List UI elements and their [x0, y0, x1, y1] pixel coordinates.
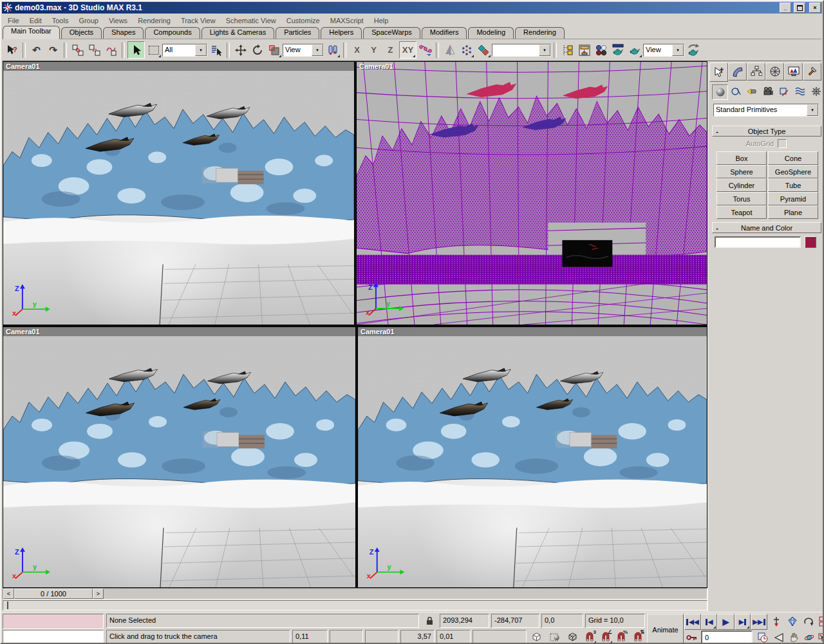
- select-by-name-button[interactable]: [208, 42, 224, 58]
- menu-rendering[interactable]: Rendering: [133, 15, 176, 26]
- roll-camera-button[interactable]: [801, 614, 816, 629]
- rollout-name-and-color[interactable]: - Name and Color: [712, 222, 821, 233]
- maxscript-mini-listener-pink[interactable]: [3, 614, 104, 629]
- menu-edit[interactable]: Edit: [24, 15, 47, 26]
- category-lights-button[interactable]: [744, 84, 759, 99]
- use-pivot-center-button[interactable]: [324, 42, 341, 58]
- restrict-y-button[interactable]: Y: [366, 42, 382, 58]
- link-button[interactable]: [70, 42, 86, 58]
- ik-toggle-button[interactable]: [417, 42, 433, 58]
- field-of-view-button[interactable]: [785, 614, 800, 629]
- menu-group[interactable]: Group: [73, 15, 104, 26]
- align-button[interactable]: [475, 42, 491, 58]
- tab-main-toolbar[interactable]: Main Toolbar: [3, 26, 60, 39]
- viewport-bottom-left[interactable]: Camera01: [3, 327, 356, 588]
- tab-rendering[interactable]: Rendering: [515, 27, 565, 39]
- tab-hierarchy[interactable]: [747, 62, 765, 80]
- viewport-label[interactable]: Camera01: [3, 327, 355, 336]
- go-to-start-button[interactable]: ◀◀: [684, 614, 701, 630]
- category-spacewarps-button[interactable]: [792, 84, 807, 99]
- menu-schematic-view[interactable]: Schematic View: [221, 15, 281, 26]
- select-object-button[interactable]: [127, 41, 145, 59]
- dolly-camera-button[interactable]: [769, 614, 783, 629]
- category-cameras-button[interactable]: [760, 84, 775, 99]
- viewport-top-right[interactable]: Camera01: [356, 61, 707, 325]
- quick-render-button[interactable]: [626, 42, 642, 58]
- button-box[interactable]: Box: [716, 151, 767, 165]
- next-frame-button[interactable]: ▶: [735, 614, 751, 630]
- maximize-button[interactable]: [794, 3, 805, 13]
- time-slider-thumb[interactable]: 0 / 1000: [14, 589, 93, 599]
- fov-button[interactable]: [772, 630, 786, 644]
- lock-selection-button[interactable]: [422, 614, 437, 628]
- mirror-button[interactable]: [442, 42, 458, 58]
- tab-spacewarps[interactable]: SpaceWarps: [363, 27, 420, 39]
- tab-objects[interactable]: Objects: [61, 27, 102, 39]
- open-track-view-button[interactable]: [559, 42, 576, 58]
- undo-button[interactable]: ↶: [28, 42, 44, 58]
- button-geosphere[interactable]: GeoSphere: [768, 165, 818, 178]
- selection-region-sphere-button[interactable]: [547, 630, 563, 644]
- button-cylinder[interactable]: Cylinder: [716, 178, 767, 192]
- button-plane[interactable]: Plane: [768, 205, 818, 219]
- time-configuration-button[interactable]: [754, 630, 771, 644]
- category-shapes-button[interactable]: [728, 84, 743, 99]
- open-schematic-view-button[interactable]: [576, 42, 592, 58]
- viewport-label[interactable]: Camera01: [3, 62, 354, 71]
- snap-toggle-button[interactable]: [565, 630, 581, 644]
- button-sphere[interactable]: Sphere: [716, 165, 767, 178]
- button-torus[interactable]: Torus: [716, 192, 767, 205]
- bind-to-spacewarp-button[interactable]: [103, 42, 119, 58]
- unlink-button[interactable]: [86, 42, 102, 58]
- current-frame-field[interactable]: [701, 630, 753, 644]
- primitive-category-dropdown[interactable]: Standard Primitives ▼: [713, 104, 819, 117]
- help-mode-button[interactable]: ?: [4, 42, 20, 58]
- menu-track-view[interactable]: Track View: [176, 15, 221, 26]
- time-slider[interactable]: < 0 / 1000 >: [3, 588, 707, 600]
- coordinate-y-display[interactable]: -284,707: [491, 614, 539, 628]
- menu-tools[interactable]: Tools: [47, 15, 74, 26]
- selection-region-button[interactable]: [145, 42, 162, 58]
- time-slider-prev-button[interactable]: <: [3, 589, 14, 599]
- button-cone[interactable]: Cone: [768, 151, 818, 165]
- button-pyramid[interactable]: Pyramid: [768, 192, 818, 205]
- degradation-override-button[interactable]: [529, 630, 545, 644]
- button-tube[interactable]: Tube: [768, 178, 818, 192]
- selection-filter-dropdown[interactable]: All ▼: [162, 44, 207, 57]
- minimize-button[interactable]: _: [780, 3, 791, 13]
- maxscript-mini-listener-white[interactable]: [3, 630, 104, 644]
- coordinate-system-dropdown[interactable]: View ▼: [283, 44, 324, 57]
- viewport-bottom-right[interactable]: Camera01: [357, 327, 707, 588]
- tab-compounds[interactable]: Compounds: [145, 27, 200, 39]
- truck-camera-button[interactable]: [787, 630, 801, 644]
- category-systems-button[interactable]: [809, 84, 823, 99]
- object-name-field[interactable]: [715, 236, 801, 248]
- tab-helpers[interactable]: Helpers: [321, 27, 362, 39]
- category-helpers-button[interactable]: [776, 84, 791, 99]
- menu-views[interactable]: Views: [104, 15, 133, 26]
- render-scene-button[interactable]: [610, 42, 626, 58]
- object-color-swatch[interactable]: [805, 236, 816, 248]
- tab-lights-cameras[interactable]: Lights & Cameras: [201, 27, 274, 39]
- menu-file[interactable]: File: [3, 15, 24, 26]
- percent-snap-button[interactable]: %: [613, 630, 628, 644]
- coordinate-z-display[interactable]: 0,0: [541, 614, 583, 628]
- restrict-xy-plane-button[interactable]: XY: [399, 41, 417, 59]
- restrict-z-button[interactable]: Z: [382, 42, 398, 58]
- viewport-label[interactable]: Camera01: [357, 62, 707, 71]
- button-teapot[interactable]: Teapot: [716, 205, 767, 219]
- viewport-top-left[interactable]: Camera01: [3, 61, 355, 325]
- select-and-scale-button[interactable]: [266, 42, 282, 58]
- array-button[interactable]: [458, 42, 474, 58]
- named-selection-sets-dropdown[interactable]: ▼: [492, 44, 551, 57]
- snap-3d-button[interactable]: 3: [582, 630, 597, 644]
- key-mode-button[interactable]: [684, 630, 699, 644]
- viewport-label[interactable]: Camera01: [358, 327, 707, 336]
- tab-particles[interactable]: Particles: [276, 27, 319, 39]
- select-and-rotate-button[interactable]: [249, 42, 265, 58]
- material-editor-button[interactable]: [593, 42, 609, 58]
- menu-maxscript[interactable]: MAXScript: [325, 15, 369, 26]
- tab-modify[interactable]: [728, 62, 747, 80]
- render-last-button[interactable]: [685, 42, 701, 58]
- go-to-end-button[interactable]: ▶▶: [751, 614, 767, 630]
